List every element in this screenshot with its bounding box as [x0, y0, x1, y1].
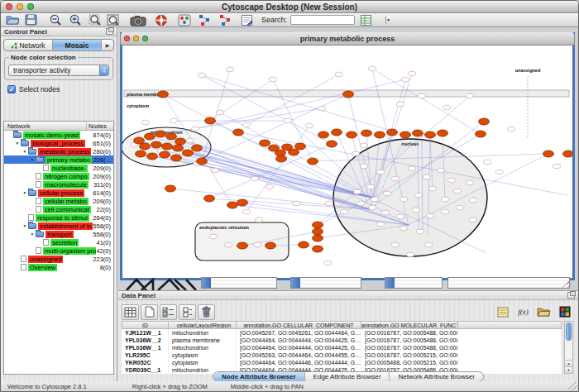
attribute-table-header[interactable]: ID_cellularLayoutRegionannotation.GO CEL… [122, 321, 562, 329]
node[interactable] [170, 118, 178, 123]
tree-row-nucleobase[interactable]: nucleobase-209(0) [4, 164, 113, 172]
node[interactable] [142, 120, 150, 125]
selected-node[interactable] [237, 242, 248, 249]
selected-node[interactable] [313, 246, 323, 252]
edge[interactable] [246, 74, 339, 125]
selected-node[interactable] [160, 151, 170, 158]
tree-expand-icon[interactable]: ▾ [22, 149, 28, 154]
minimized-window-titlebar[interactable] [291, 278, 300, 288]
node[interactable] [354, 189, 361, 194]
minimized-window-titlebar[interactable] [202, 278, 211, 288]
selected-node[interactable] [313, 228, 323, 235]
network-view-window[interactable]: primary metabolic process plasma membran… [120, 32, 575, 280]
attribute-select-icon[interactable] [122, 304, 139, 320]
snapshot-camera-icon[interactable] [130, 14, 146, 26]
node[interactable] [392, 176, 400, 181]
node[interactable] [367, 184, 375, 189]
edge[interactable] [145, 146, 373, 198]
selected-node[interactable] [387, 129, 398, 136]
selected-node[interactable] [156, 131, 166, 137]
network-tree-header[interactable]: Network Nodes [4, 122, 113, 131]
tree-row-secretion[interactable]: secretion41(0) [4, 238, 113, 246]
open-attr-file-icon[interactable] [535, 304, 553, 320]
selected-node[interactable] [145, 133, 156, 140]
network-canvas-area[interactable]: plasma membrane cytoplasm mitochondrion … [122, 46, 572, 278]
network-canvas[interactable]: plasma membrane cytoplasm mitochondrion … [122, 46, 572, 275]
open-session-icon[interactable] [6, 14, 20, 26]
table-row-ykr052c[interactable]: YKR052Ccytoplasm[GO:0044464, GO:0044446,… [122, 359, 562, 366]
selected-node[interactable] [134, 137, 145, 144]
node[interactable] [369, 205, 376, 210]
save-session-icon[interactable] [25, 14, 37, 26]
tree-expand-icon[interactable]: ▾ [14, 141, 21, 146]
selected-node[interactable] [192, 145, 203, 151]
node[interactable] [454, 189, 462, 194]
node[interactable] [270, 77, 277, 82]
tree-row-unassigned[interactable]: unassigned223(0) [4, 255, 113, 263]
float-panel-icon[interactable] [106, 28, 113, 35]
col-header-annotation-go-molecular-function[interactable]: annotation.GO MOLECULAR_FUNCTION [361, 321, 458, 329]
node[interactable] [409, 71, 416, 76]
network-view-titlebar[interactable]: primary metabolic process [120, 32, 575, 45]
selected-node[interactable] [260, 140, 270, 146]
selected-node[interactable] [227, 202, 238, 208]
node[interactable] [442, 197, 449, 202]
node[interactable] [377, 170, 385, 174]
col-header-annotation-go-cellular-component[interactable]: annotation.GO CELLULAR_COMPONENT [237, 321, 361, 329]
scrollbar-thumb[interactable] [566, 323, 572, 341]
resize-grip-icon[interactable] [562, 280, 572, 289]
node[interactable] [442, 209, 449, 214]
node-color-select[interactable]: transporter activity ▲▼ [8, 65, 109, 76]
node[interactable] [553, 164, 561, 169]
selected-node[interactable] [289, 149, 299, 155]
node[interactable] [397, 214, 404, 219]
tree-expand-icon[interactable]: ▾ [29, 157, 36, 162]
minimized-window-titlebar[interactable] [385, 278, 395, 288]
help-lifering-icon[interactable] [155, 14, 168, 26]
minimized-window[interactable] [385, 277, 443, 289]
node[interactable] [341, 209, 348, 214]
node[interactable] [438, 168, 445, 173]
node[interactable] [409, 166, 416, 171]
col-header-id[interactable]: ID [122, 321, 169, 329]
node[interactable] [293, 201, 300, 206]
node[interactable] [210, 234, 218, 239]
selected-node[interactable] [400, 131, 411, 138]
node[interactable] [227, 67, 234, 72]
selected-node[interactable] [375, 131, 385, 138]
node[interactable] [187, 138, 194, 143]
node[interactable] [384, 191, 391, 196]
node[interactable] [484, 160, 491, 165]
node[interactable] [306, 123, 313, 128]
node[interactable] [392, 242, 400, 247]
selected-node[interactable] [347, 131, 357, 138]
layout-network-blue-icon[interactable] [198, 14, 212, 26]
node[interactable] [256, 218, 263, 222]
attribute-list-icon[interactable] [494, 304, 511, 320]
selected-node[interactable] [313, 222, 323, 228]
selected-node[interactable] [205, 117, 216, 124]
tab-mosaic[interactable]: Mosaic [53, 40, 102, 50]
tab-edge-attribute-browser[interactable]: Edge Attribute Browser [305, 372, 390, 381]
node[interactable] [423, 174, 431, 179]
node[interactable] [285, 118, 292, 123]
selected-node[interactable] [476, 131, 486, 137]
tree-row-overview[interactable]: Overview8(0) [4, 263, 113, 271]
selected-node[interactable] [197, 158, 208, 165]
table-scrollbar[interactable]: ▲ ▼ [564, 321, 573, 374]
tab-network-attribute-browser[interactable]: Network Attribute Browser [390, 372, 482, 381]
tree-expand-icon[interactable]: ▾ [22, 223, 28, 228]
table-row-yjr121w-1[interactable]: YJR121W__1mitochondrion[GO:0045267, GO:0… [122, 329, 562, 337]
node[interactable] [417, 229, 424, 234]
selected-node[interactable] [332, 129, 342, 136]
node[interactable] [402, 77, 409, 82]
selected-node[interactable] [233, 129, 244, 136]
zoom-selected-icon[interactable] [89, 14, 102, 26]
selected-node[interactable] [438, 130, 448, 136]
scroll-up-icon[interactable]: ▲ [565, 360, 572, 366]
chevron-down-icon[interactable]: ▼ [385, 16, 390, 24]
select-nodes-checkbox[interactable]: ✓ [7, 85, 16, 93]
selected-node[interactable] [276, 155, 287, 162]
col-header-cellularlayoutregion[interactable]: _cellularLayoutRegion [169, 321, 237, 329]
node[interactable] [400, 197, 408, 202]
